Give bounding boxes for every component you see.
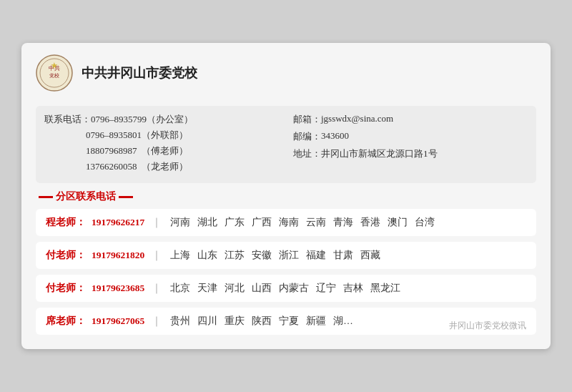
section-title: 分区联系电话 xyxy=(36,190,536,203)
divider-2: ｜ xyxy=(152,282,162,295)
region-item: 甘肃 xyxy=(333,249,353,262)
phone-row-1: 联系电话： 0796–8935799（办公室） xyxy=(44,113,279,126)
section-title-text: 分区联系电话 xyxy=(56,190,116,203)
contact-grid: 联系电话： 0796–8935799（办公室） 0796–8935801（外联部… xyxy=(36,106,536,183)
header: 中共 党校 中共井冈山市委党校 xyxy=(36,54,536,97)
region-item: 广东 xyxy=(225,216,245,229)
address-row: 地址： 井冈山市新城区龙源口路1号 xyxy=(293,147,528,160)
region-block-1: 付老师： 19179621820 ｜ 上海 山东 江苏 安徽 浙江 福建 甘肃 … xyxy=(36,242,536,269)
teacher-label-3: 席老师： xyxy=(46,315,86,328)
teacher-phone-3: 19179627065 xyxy=(92,315,144,327)
teacher-phone-0: 19179626217 xyxy=(92,217,144,228)
main-card: 中共 党校 中共井冈山市委党校 联系电话： 0796–8935799（办公室） … xyxy=(21,43,551,349)
phone-4: 13766260058 （龙老师） xyxy=(86,160,188,173)
school-logo: 中共 党校 xyxy=(36,54,73,92)
region-item: 澳门 xyxy=(388,216,408,229)
region-item: 山东 xyxy=(197,249,217,262)
region-item: 河北 xyxy=(225,282,245,295)
teacher-label-0: 程老师： xyxy=(46,216,86,229)
region-item: 宁夏 xyxy=(279,315,299,328)
phone-row-2: 0796–8935801（外联部） xyxy=(44,129,279,142)
phone-1: 0796–8935799（办公室） xyxy=(91,113,193,126)
region-block-0: 程老师： 19179626217 ｜ 河南 湖北 广东 广西 海南 云南 青海 … xyxy=(36,209,536,236)
postal-label: 邮编： xyxy=(293,130,321,143)
divider-3: ｜ xyxy=(152,315,162,328)
region-item: 上海 xyxy=(170,249,190,262)
region-item: 吉林 xyxy=(343,282,363,295)
phone-row-3: 18807968987 （傅老师） xyxy=(44,144,279,157)
region-item: 四川 xyxy=(197,315,217,328)
address-label: 地址： xyxy=(293,147,321,160)
region-row-1: 付老师： 19179621820 ｜ 上海 山东 江苏 安徽 浙江 福建 甘肃 … xyxy=(46,249,526,262)
region-item: 山西 xyxy=(252,282,272,295)
region-row-0: 程老师： 19179626217 ｜ 河南 湖北 广东 广西 海南 云南 青海 … xyxy=(46,216,526,229)
title-bar-left xyxy=(39,196,53,198)
regions-container: 程老师： 19179626217 ｜ 河南 湖北 广东 广西 海南 云南 青海 … xyxy=(36,209,536,335)
teacher-label-1: 付老师： xyxy=(46,249,86,262)
school-name: 中共井冈山市委党校 xyxy=(82,64,197,82)
title-bar-right xyxy=(119,196,133,198)
region-item: 内蒙古 xyxy=(279,282,309,295)
contact-right: 邮箱： jgsswdx@sina.com 邮编： 343600 地址： 井冈山市… xyxy=(293,113,528,176)
region-item: 青海 xyxy=(333,216,353,229)
phone-2: 0796–8935801（外联部） xyxy=(86,129,188,142)
region-item: 台湾 xyxy=(415,216,435,229)
watermark: 井冈山市委党校微讯 xyxy=(446,318,529,333)
region-item: 陕西 xyxy=(252,315,272,328)
postal-value: 343600 xyxy=(321,130,349,143)
region-item: 安徽 xyxy=(252,249,272,262)
teacher-phone-2: 19179623685 xyxy=(92,283,144,294)
region-item: 西藏 xyxy=(360,249,380,262)
region-item: 海南 xyxy=(279,216,299,229)
region-item: 河南 xyxy=(170,216,190,229)
phone-row-4: 13766260058 （龙老师） xyxy=(44,160,279,173)
svg-text:党校: 党校 xyxy=(49,73,59,79)
region-item: 广西 xyxy=(252,216,272,229)
region-item: 香港 xyxy=(360,216,380,229)
region-item: 云南 xyxy=(306,216,326,229)
region-block-2: 付老师： 19179623685 ｜ 北京 天津 河北 山西 内蒙古 辽宁 吉林… xyxy=(36,275,536,302)
email-row: 邮箱： jgsswdx@sina.com xyxy=(293,113,528,126)
region-item: 贵州 xyxy=(170,315,190,328)
phone-label: 联系电话： xyxy=(44,113,91,126)
region-item: 湖… xyxy=(333,315,353,328)
email-label: 邮箱： xyxy=(293,113,321,126)
postal-row: 邮编： 343600 xyxy=(293,130,528,143)
teacher-label-2: 付老师： xyxy=(46,282,86,295)
divider-0: ｜ xyxy=(152,216,162,229)
region-block-3: 席老师： 19179627065 ｜ 贵州 四川 重庆 陕西 宁夏 新疆 湖… … xyxy=(36,308,536,335)
region-item: 黑龙江 xyxy=(370,282,400,295)
region-item: 浙江 xyxy=(279,249,299,262)
region-item: 辽宁 xyxy=(316,282,336,295)
address-value: 井冈山市新城区龙源口路1号 xyxy=(321,147,438,160)
region-item: 重庆 xyxy=(225,315,245,328)
region-item: 江苏 xyxy=(225,249,245,262)
phone-3: 18807968987 （傅老师） xyxy=(86,144,188,157)
region-item: 新疆 xyxy=(306,315,326,328)
region-item: 湖北 xyxy=(197,216,217,229)
region-row-2: 付老师： 19179623685 ｜ 北京 天津 河北 山西 内蒙古 辽宁 吉林… xyxy=(46,282,526,295)
divider-1: ｜ xyxy=(152,249,162,262)
contact-left: 联系电话： 0796–8935799（办公室） 0796–8935801（外联部… xyxy=(44,113,279,176)
email-value: jgsswdx@sina.com xyxy=(321,113,393,126)
region-item: 北京 xyxy=(170,282,190,295)
region-item: 天津 xyxy=(197,282,217,295)
teacher-phone-1: 19179621820 xyxy=(92,250,144,261)
region-item: 福建 xyxy=(306,249,326,262)
